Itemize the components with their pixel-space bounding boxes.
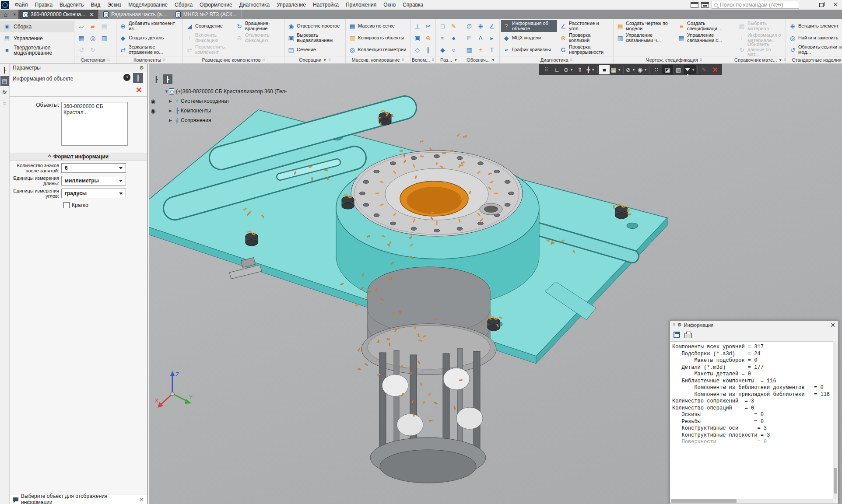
visibility-eye-icon[interactable]: ◉ xyxy=(151,98,155,105)
mode-assembly[interactable]: ▣Сборка xyxy=(0,21,74,32)
information-report[interactable]: Компоненты всех уровней = 317 Подсборки … xyxy=(670,341,833,499)
menu-item-design[interactable]: Оформление xyxy=(196,0,235,10)
split-icon[interactable]: ✂ xyxy=(423,20,434,32)
menu-item-settings[interactable]: Настройка xyxy=(309,0,342,10)
command-search-input[interactable]: Поиск по командам (Alt+/) xyxy=(712,1,799,9)
minimize-button[interactable]: — xyxy=(802,0,813,9)
tab-list-dropdown[interactable]: ▼ xyxy=(11,10,18,19)
group-grip-icon[interactable]: ⠿ xyxy=(163,58,165,62)
add-component-button[interactable]: ⊕Добавить компонент из... xyxy=(118,20,181,32)
panel-grip-icon[interactable]: ⠿ xyxy=(673,323,675,327)
menu-item-management[interactable]: Управление xyxy=(273,0,309,10)
tree-root-label[interactable]: (+)360-0020000 СБ Кристаллизатор 360 (Те… xyxy=(176,88,287,94)
menu-item-assembly[interactable]: Сборка xyxy=(171,0,196,10)
menu-item-window[interactable]: Окно xyxy=(380,0,399,10)
new-document-icon[interactable]: ▱ xyxy=(76,20,87,32)
sheet-icon[interactable]: □ xyxy=(437,20,448,32)
manage-linked-bom-button[interactable]: ▦Управление связанными с... xyxy=(676,32,733,44)
home-button[interactable]: ⌂ xyxy=(0,10,11,19)
diameter-dim-icon[interactable]: ∅ xyxy=(463,20,475,32)
group-grip-icon[interactable]: ⠿ xyxy=(263,58,265,62)
close-button[interactable]: × xyxy=(830,0,841,9)
base-icon[interactable]: Е xyxy=(463,32,475,44)
tab-document-3[interactable]: МНЛЗ №2 ВТЗ (АСК... xyxy=(171,10,242,19)
deviation-icon[interactable]: ± xyxy=(475,44,486,56)
point-icon[interactable]: ● xyxy=(448,32,459,44)
sketch-icon[interactable]: ✎ xyxy=(448,20,459,32)
geometry-collection-button[interactable]: ◎Коллекция геометрии xyxy=(347,44,407,56)
mode-management[interactable]: ▤Управление xyxy=(0,32,74,44)
length-units-select[interactable]: миллиметры xyxy=(61,176,126,186)
create-bom-button[interactable]: ≡Создать спецификаци... xyxy=(676,20,733,32)
visibility-eye-icon[interactable]: ◉ xyxy=(151,108,155,114)
display-solid-button[interactable]: ■ xyxy=(599,65,610,74)
group-dropdown-icon[interactable]: ▼ xyxy=(779,58,782,62)
manage-linked-drawings-button[interactable]: ▥Управление связанными ч... xyxy=(615,32,675,44)
dimensions-toggle-icon[interactable]: ∷ xyxy=(651,65,662,74)
hatch-view-button[interactable]: ▨ xyxy=(673,65,684,74)
tree-row-mates[interactable]: ▶ ∮ Сопряжения xyxy=(149,116,287,125)
vertical-scrollbar[interactable] xyxy=(833,341,838,499)
expand-open-icon[interactable]: ▼ xyxy=(165,89,169,94)
plane-icon[interactable]: ▣ xyxy=(412,32,423,44)
hide-objects-button[interactable]: ⊘▼ xyxy=(625,65,636,74)
gear-icon[interactable]: ⚙ xyxy=(139,65,144,71)
format-section-header[interactable]: ^ Формат информации xyxy=(10,153,147,161)
close-icon[interactable]: ✕ xyxy=(830,322,835,329)
tolerance-icon[interactable]: ∆ xyxy=(475,32,486,44)
tree-item-label[interactable]: Сопряжения xyxy=(181,117,211,123)
coincidence-button[interactable]: ◢Совпадение xyxy=(184,20,233,32)
mode-solid-modeling[interactable]: ■Твердотельное моделирование xyxy=(0,44,74,56)
menu-item-help[interactable]: Справка xyxy=(399,0,427,10)
insert-element-button[interactable]: ⊕Вставить элемент xyxy=(787,20,842,32)
variables-panel-icon[interactable]: fx xyxy=(0,87,9,97)
group-dropdown-icon[interactable]: ▼ xyxy=(323,58,326,62)
tab-document-2[interactable]: Радиальная часть (а... xyxy=(99,10,171,19)
objects-value[interactable]: 360-0020000 СБ Кристал... xyxy=(63,103,103,116)
triad-tool-icon[interactable]: ╋▼ xyxy=(586,65,596,74)
menu-item-edit[interactable]: Правка xyxy=(32,0,56,10)
display-wireframe-button[interactable]: ▦▼ xyxy=(610,65,622,74)
decimals-select[interactable]: 6 xyxy=(61,163,126,173)
datum-plane-icon[interactable]: ⊥ xyxy=(412,20,423,32)
create-part-button[interactable]: ◆Создать деталь xyxy=(118,32,181,44)
group-grip-icon[interactable]: ⠿ xyxy=(432,58,434,62)
tab-close-icon[interactable]: ✕ xyxy=(89,11,94,18)
group-dropdown-icon[interactable]: ▼ xyxy=(491,58,495,62)
expand-closed-icon[interactable]: ▶ xyxy=(169,99,173,103)
menu-item-modeling[interactable]: Моделирование xyxy=(125,0,171,10)
close-command-icon[interactable]: ✕ xyxy=(136,86,142,94)
screen-settings-icon[interactable] xyxy=(701,2,709,8)
object-info-button[interactable]: ?Информация об объекте xyxy=(501,20,557,32)
spline-icon[interactable]: ≈ xyxy=(437,32,448,44)
abort-command-button[interactable]: ✕ xyxy=(710,65,720,74)
group-grip-icon[interactable]: ⠿ xyxy=(328,58,331,62)
open-document-icon[interactable]: ▰ xyxy=(87,20,98,32)
cut-extrude-button[interactable]: ▣Вырезать выдавливанием xyxy=(286,32,344,44)
save-as-icon[interactable]: ▥ xyxy=(98,32,110,44)
expand-closed-icon[interactable]: ▶ xyxy=(169,118,173,122)
group-grip-icon[interactable]: ⠿ xyxy=(700,58,702,62)
hatch-icon[interactable]: ▦ xyxy=(463,44,475,56)
circle-icon[interactable]: ○ xyxy=(448,44,459,56)
tree-panel-icon[interactable]: ┠ xyxy=(0,65,9,75)
local-cs-icon[interactable]: ⊕ xyxy=(423,32,434,44)
show-objects-button[interactable]: ◉▼ xyxy=(637,65,648,74)
grid-array-button[interactable]: ▦Массив по сетке xyxy=(347,20,407,32)
find-replace-button[interactable]: ◎Найти и заменить xyxy=(787,32,842,44)
toolbar-grip-icon[interactable]: ⠿ xyxy=(541,65,551,74)
print-icon[interactable]: ▦ xyxy=(76,32,87,44)
horizontal-scrollbar[interactable] xyxy=(670,499,833,503)
tree-structure-button[interactable]: ┣ xyxy=(163,74,172,84)
group-dropdown-icon[interactable]: ▼ xyxy=(454,58,457,62)
rotation-rotation-button[interactable]: ↻Вращение-вращение xyxy=(234,20,281,32)
copy-objects-button[interactable]: ▥Копировать объекты xyxy=(347,32,407,44)
zoom-tool-icon[interactable]: ⊙▼ xyxy=(563,65,574,74)
section-button[interactable]: ▤Сечение xyxy=(286,44,344,56)
parameters-panel-icon[interactable]: ▤ xyxy=(0,76,9,86)
tree-row-coordinate-systems[interactable]: ◉ ▶ + Системы координат xyxy=(149,96,287,106)
create-drawing-button[interactable]: ▤Создать чертеж по модели xyxy=(615,20,675,32)
print-report-icon[interactable] xyxy=(684,333,692,338)
orient-view-icon[interactable]: ⇑ xyxy=(575,65,585,74)
objects-listbox[interactable]: 360-0020000 СБ Кристал... xyxy=(61,102,128,146)
